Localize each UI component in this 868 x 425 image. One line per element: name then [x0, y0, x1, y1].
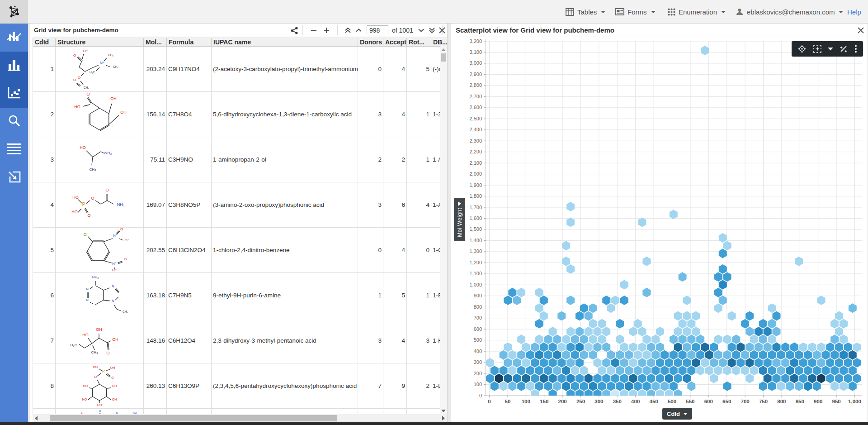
cell-formula: C3H8NO5P	[167, 182, 212, 228]
table-row[interactable]: 8OPHOOHOHOOHHOOHOH260.13C6H13O9P(2,3,4,5…	[33, 363, 448, 409]
scroll-right-icon[interactable]	[440, 414, 447, 422]
table-row[interactable]: 4PHOHOOOONH₂169.07C3H8NO5P(3-amino-2-oxo…	[33, 182, 448, 228]
app-logo[interactable]	[0, 0, 28, 24]
scroll-up-icon[interactable]	[440, 46, 447, 53]
cell-rotatable: 1	[407, 92, 431, 137]
column-header-structure[interactable]: Structure	[56, 38, 144, 47]
table-row[interactable]: 6NH₂NNNNCH₃163.18C7H9N59-ethyl-9H-purin-…	[33, 273, 448, 318]
cell-acceptors: 4	[383, 47, 407, 92]
selection-mode-caret[interactable]	[828, 47, 833, 51]
y-axis-field-button[interactable]: Mol Weight	[454, 198, 465, 241]
svg-text:N: N	[112, 299, 114, 303]
cell-structure: PHOHOOOONH₂	[56, 182, 144, 228]
svg-text:O: O	[105, 188, 108, 192]
table-row[interactable]: 1O⁻OOOCH₃N⁺CH₃CH₃H₃C203.24C9H17NO4(2-ace…	[33, 47, 448, 92]
y-tick-label: 2,200	[469, 149, 482, 154]
scatterplot-canvas[interactable]: 01002003004005006007008009001,0001,1001,…	[451, 37, 868, 422]
y-tick-label: 2,600	[469, 105, 482, 110]
y-tick-label: 900	[474, 293, 482, 298]
sidebar-item-list-view[interactable]	[0, 136, 28, 164]
x-tick-label: 800	[777, 399, 786, 404]
cell-cdid: 1	[33, 47, 56, 92]
help-link[interactable]: Help	[847, 0, 861, 24]
svg-text:O: O	[120, 228, 123, 231]
list-view-icon	[7, 143, 21, 156]
cell-acceptors: 9	[383, 363, 407, 409]
x-tick-label: 300	[594, 399, 603, 404]
grid-toolbar: of 1001	[291, 24, 447, 37]
selection-mode-icon[interactable]	[813, 44, 822, 53]
column-header-rot[interactable]: Rot...	[407, 38, 431, 47]
next-page-icon[interactable]	[416, 24, 427, 36]
column-header-formula[interactable]: Formula	[167, 38, 212, 47]
x-axis-field-label: CdId	[667, 411, 680, 417]
y-tick-label: 200	[474, 371, 482, 376]
sidebar-item-bar-chart-view[interactable]	[0, 52, 28, 80]
bottom-taskbar-strip	[0, 422, 868, 425]
cell-molweight: 260.13	[144, 363, 167, 409]
page-count-label: of 1001	[392, 27, 413, 34]
column-header-cdid[interactable]: CdId	[33, 38, 56, 47]
y-tick-label: 3,000	[469, 60, 482, 66]
svg-text:HO: HO	[80, 145, 86, 150]
toggle-selection-icon[interactable]	[839, 44, 848, 53]
more-options-icon[interactable]	[854, 44, 857, 53]
hscroll-thumb[interactable]	[50, 415, 337, 421]
vscroll-thumb[interactable]	[441, 53, 446, 62]
cell-rotatable: 2	[407, 363, 431, 409]
zoom-to-fit-icon[interactable]	[797, 44, 807, 53]
prev-page-icon[interactable]	[353, 24, 364, 36]
sidebar-item-search[interactable]	[0, 108, 28, 136]
x-tick-label: 100	[522, 399, 530, 404]
cell-structure: NH₂NNNNCH₃	[56, 273, 144, 318]
svg-text:CH₃: CH₃	[108, 53, 113, 57]
table-row[interactable]: 7H₃CHOCH₃OHOHO148.16C6H12O42,3-dihydroxy…	[33, 318, 448, 363]
cell-formula: C6H13O9P	[167, 363, 212, 409]
svg-text:N⁺: N⁺	[113, 234, 118, 238]
column-header-iupacname[interactable]: IUPAC name	[212, 38, 358, 47]
sidebar-item-combo-chart-view[interactable]	[0, 24, 28, 52]
cell-formula: C6H3ClN2O4	[167, 228, 212, 273]
menu-forms[interactable]: Forms	[615, 0, 656, 24]
x-tick-label: 650	[722, 399, 731, 404]
column-header-db[interactable]: DB...	[431, 38, 448, 47]
menu-enumeration[interactable]: Enumeration	[668, 0, 726, 24]
page-number-input[interactable]	[367, 25, 388, 35]
cell-acceptors: 4	[383, 92, 407, 137]
sidebar-item-scatter-chart-view[interactable]	[0, 80, 28, 108]
cell-molweight: 156.14	[144, 92, 167, 137]
cell-cdid: 3	[33, 137, 56, 182]
y-tick-label: 1,700	[469, 205, 482, 210]
sidebar-item-export-view[interactable]	[0, 164, 28, 192]
column-header-mol[interactable]: Mol...	[144, 38, 167, 47]
last-page-icon[interactable]	[427, 24, 438, 36]
cell-rotatable	[407, 409, 431, 415]
column-header-donors[interactable]: Donors	[358, 38, 383, 47]
first-page-icon[interactable]	[342, 24, 353, 36]
svg-text:HO: HO	[72, 195, 79, 200]
menu-enumeration-label: Enumeration	[679, 8, 717, 16]
table-row[interactable]: 2OHOOHOH156.14C7H8O45,6-dihydroxycyclohe…	[33, 92, 448, 137]
share-icon[interactable]	[291, 24, 298, 36]
x-axis-field-button[interactable]: CdId	[662, 408, 692, 420]
scroll-left-icon[interactable]	[33, 414, 40, 422]
table-row[interactable]: 3HONH₂CH₃75.11C3H9NO1-aminopropan-2-ol22…	[33, 137, 448, 182]
menu-tables[interactable]: Tables	[566, 0, 605, 24]
hexbin-layer[interactable]	[486, 46, 861, 399]
grid-horizontal-scrollbar[interactable]	[33, 414, 447, 422]
zoom-in-button[interactable]	[320, 24, 333, 36]
svg-text:HO: HO	[82, 333, 89, 337]
scroll-down-icon[interactable]	[440, 407, 447, 414]
column-header-accept[interactable]: Accept	[383, 38, 407, 47]
grid-vertical-scrollbar[interactable]	[440, 46, 447, 414]
grid-close-button[interactable]	[438, 26, 447, 35]
zoom-out-button[interactable]	[307, 24, 320, 36]
y-tick-label: 1,300	[469, 248, 482, 254]
cell-molweight: 75.11	[144, 137, 167, 182]
scatter-close-button[interactable]	[856, 26, 865, 35]
svg-text:OH: OH	[112, 398, 117, 401]
scatterplot-panel: Scatterplot view for Grid view for pubch…	[451, 24, 868, 422]
table-row[interactable]: 5ClN⁺OO⁻N⁺OO⁻202.55C6H3ClN2O41-chloro-2,…	[33, 228, 448, 273]
table-row[interactable]: oHN.N..NH	[33, 409, 448, 415]
menu-user[interactable]: eblaskovics@chemaxon.com	[736, 0, 843, 24]
